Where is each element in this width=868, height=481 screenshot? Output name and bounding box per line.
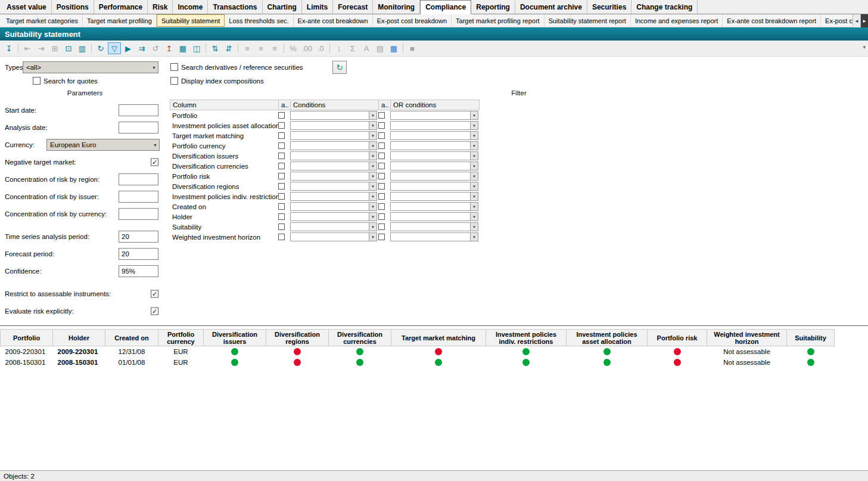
scroll-right-icon[interactable]: ►	[860, 14, 868, 27]
results-column-header[interactable]: Diversification currencies	[329, 330, 391, 346]
parameter-input[interactable]	[119, 191, 158, 203]
filter-and-header[interactable]: a..	[279, 100, 291, 110]
chart-icon[interactable]: ▦	[387, 42, 400, 54]
filter-and-checkbox[interactable]	[278, 112, 285, 119]
run-icon[interactable]: ▶	[122, 42, 135, 54]
parameter-input[interactable]	[119, 265, 158, 277]
condition-select[interactable]: ▼	[290, 111, 377, 120]
menu-tab[interactable]: Charting	[263, 0, 302, 14]
refresh-icon[interactable]: ↻	[94, 42, 107, 54]
menu-tab[interactable]: Risk	[148, 0, 173, 14]
parameter-checkbox[interactable]	[151, 307, 158, 315]
parameter-checkbox[interactable]	[151, 158, 158, 166]
filter-and-checkbox[interactable]	[278, 153, 285, 159]
export-report-icon[interactable]: ↥	[163, 42, 176, 54]
filter-or-checkbox[interactable]	[378, 132, 385, 139]
scroll-left-icon[interactable]: ◄	[853, 14, 860, 27]
search-quotes-checkbox[interactable]	[33, 77, 41, 85]
filter-and-checkbox[interactable]	[278, 122, 285, 129]
menu-tab[interactable]: Reporting	[471, 0, 515, 14]
filter-and-checkbox[interactable]	[278, 142, 285, 149]
condition-select[interactable]: ▼	[290, 182, 377, 191]
refresh-button[interactable]: ↻	[332, 61, 347, 74]
parameter-input[interactable]	[119, 173, 158, 185]
sub-tab[interactable]: Income and expenses report	[631, 14, 723, 27]
filter-and-checkbox[interactable]	[278, 203, 285, 210]
parameter-checkbox[interactable]	[151, 290, 158, 297]
menu-tab[interactable]: Performance	[94, 0, 148, 14]
parameter-input[interactable]	[119, 122, 158, 134]
sub-tab[interactable]: Ex-ante cost breakdown report	[723, 14, 821, 27]
parameter-input[interactable]	[119, 248, 158, 260]
sub-tab[interactable]: Ex-ante cost breakdown	[294, 14, 373, 27]
filter-or-checkbox[interactable]	[378, 122, 385, 129]
parameter-input[interactable]	[119, 208, 158, 220]
filter-or-checkbox[interactable]	[378, 183, 385, 190]
filter-or-checkbox[interactable]	[378, 224, 385, 230]
search-derivatives-checkbox[interactable]	[170, 63, 178, 71]
condition-select[interactable]: ▼	[290, 202, 377, 211]
export-icon[interactable]: ↧	[2, 42, 15, 54]
menu-tab[interactable]: Compliance	[420, 0, 471, 14]
sort-descending-icon[interactable]: ⇵	[222, 42, 235, 54]
or-condition-select[interactable]: ▼	[390, 121, 478, 130]
filter-or-checkbox[interactable]	[378, 142, 385, 149]
menu-tab[interactable]: Limits	[302, 0, 333, 14]
or-condition-select[interactable]: ▼	[390, 111, 478, 120]
filter-or-header[interactable]: OR conditions	[391, 100, 480, 110]
data-grid-icon[interactable]: ▦	[176, 42, 189, 54]
results-column-header[interactable]: Investment policies asset allocation	[567, 330, 648, 346]
results-row[interactable]: 2009-2203012009-22030112/31/08EURNot ass…	[1, 346, 835, 357]
filter-conditions-header[interactable]: Conditions	[291, 100, 379, 110]
sub-tab[interactable]: Ex-post cost breakdown	[373, 14, 452, 27]
results-column-header[interactable]: Portfolio currency	[158, 330, 204, 346]
sort-ascending-icon[interactable]: ⇅	[209, 42, 222, 54]
filter-or-checkbox[interactable]	[378, 234, 385, 240]
filter-or-checkbox[interactable]	[378, 153, 385, 159]
or-condition-select[interactable]: ▼	[390, 192, 478, 201]
copy-view-icon[interactable]: ◫	[190, 42, 203, 54]
condition-select[interactable]: ▼	[290, 151, 377, 160]
menu-tab[interactable]: Positions	[52, 0, 94, 14]
results-column-header[interactable]: Weighted investment horizon	[707, 330, 787, 346]
toolbar-overflow-icon[interactable]: ▾	[863, 44, 866, 50]
results-column-header[interactable]: Investment policies indiv. restrictions	[486, 330, 567, 346]
or-condition-select[interactable]: ▼	[390, 131, 478, 140]
or-condition-select[interactable]: ▼	[390, 151, 478, 160]
results-column-header[interactable]: Target market matching	[391, 330, 486, 346]
filter-and-checkbox[interactable]	[278, 213, 285, 220]
filter-and2-header[interactable]: a..	[379, 100, 391, 110]
or-condition-select[interactable]: ▼	[390, 232, 478, 241]
filter-and-checkbox[interactable]	[278, 193, 285, 200]
results-column-header[interactable]: Diversification issuers	[204, 330, 266, 346]
filter-or-checkbox[interactable]	[378, 173, 385, 179]
or-condition-select[interactable]: ▼	[390, 141, 478, 150]
or-condition-select[interactable]: ▼	[390, 212, 478, 221]
results-column-header[interactable]: Portfolio	[1, 330, 53, 346]
filter-and-checkbox[interactable]	[278, 173, 285, 179]
menu-tab[interactable]: Monitoring	[373, 0, 420, 14]
condition-select[interactable]: ▼	[290, 222, 377, 231]
menu-tab[interactable]: Asset value	[2, 0, 52, 14]
condition-select[interactable]: ▼	[290, 232, 377, 241]
filter-or-checkbox[interactable]	[378, 203, 385, 210]
filter-and-checkbox[interactable]	[278, 183, 285, 190]
filter-or-checkbox[interactable]	[378, 163, 385, 169]
filter-or-checkbox[interactable]	[378, 193, 385, 200]
condition-select[interactable]: ▼	[290, 141, 377, 150]
condition-select[interactable]: ▼	[290, 162, 377, 170]
condition-select[interactable]: ▼	[290, 121, 377, 130]
column-chooser-icon[interactable]: ▥	[76, 42, 89, 54]
menu-tab[interactable]: Forecast	[333, 0, 373, 14]
filter-and-checkbox[interactable]	[278, 132, 285, 139]
or-condition-select[interactable]: ▼	[390, 202, 478, 211]
sub-tab[interactable]: Suitability statement report	[545, 14, 631, 27]
parameter-select[interactable]: European Euro ▼	[46, 139, 160, 151]
sub-tab[interactable]: Loss thresholds sec.	[225, 14, 293, 27]
results-column-header[interactable]: Created on	[105, 330, 158, 346]
condition-select[interactable]: ▼	[290, 192, 377, 201]
menu-tab[interactable]: Change tracking	[631, 0, 698, 14]
results-column-header[interactable]: Diversification regions	[266, 330, 329, 346]
filter-or-checkbox[interactable]	[378, 213, 385, 220]
or-condition-select[interactable]: ▼	[390, 172, 478, 181]
